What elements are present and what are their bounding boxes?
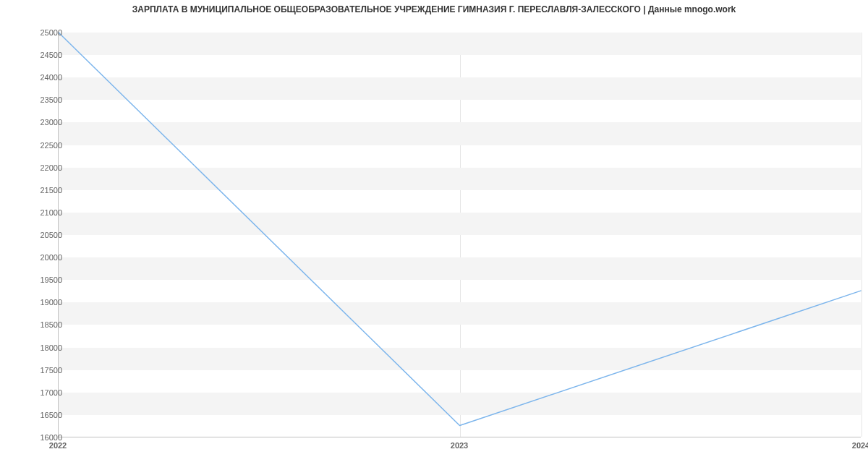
x-tick-label: 2024 <box>852 441 868 450</box>
y-tick-label: 24000 <box>26 73 62 82</box>
y-tick-label: 18000 <box>26 343 62 352</box>
y-tick-label: 21500 <box>26 186 62 195</box>
line-series <box>59 33 861 437</box>
plot-area <box>58 33 861 437</box>
y-tick-label: 24500 <box>26 51 62 59</box>
y-tick-label: 20500 <box>26 231 62 239</box>
y-tick-label: 16500 <box>26 411 62 419</box>
y-tick-label: 20000 <box>26 253 62 262</box>
y-tick-label: 22500 <box>26 141 62 150</box>
x-tick-label: 2022 <box>49 441 67 450</box>
chart-title: ЗАРПЛАТА В МУНИЦИПАЛЬНОЕ ОБЩЕОБРАЗОВАТЕЛ… <box>0 4 868 14</box>
y-tick-label: 18500 <box>26 320 62 329</box>
y-tick-label: 23500 <box>26 95 62 104</box>
y-tick-label: 23000 <box>26 118 62 127</box>
y-tick-label: 17000 <box>26 388 62 397</box>
x-tick-label: 2023 <box>451 441 468 450</box>
y-tick-label: 21000 <box>26 208 62 217</box>
y-tick-label: 22000 <box>26 163 62 172</box>
x-gridline <box>861 33 862 437</box>
y-tick-label: 19500 <box>26 275 62 284</box>
y-tick-label: 25000 <box>26 28 62 37</box>
y-tick-label: 19000 <box>26 298 62 307</box>
series-path <box>59 33 861 425</box>
y-tick-label: 17500 <box>26 366 62 375</box>
salary-line-chart: ЗАРПЛАТА В МУНИЦИПАЛЬНОЕ ОБЩЕОБРАЗОВАТЕЛ… <box>0 0 868 470</box>
